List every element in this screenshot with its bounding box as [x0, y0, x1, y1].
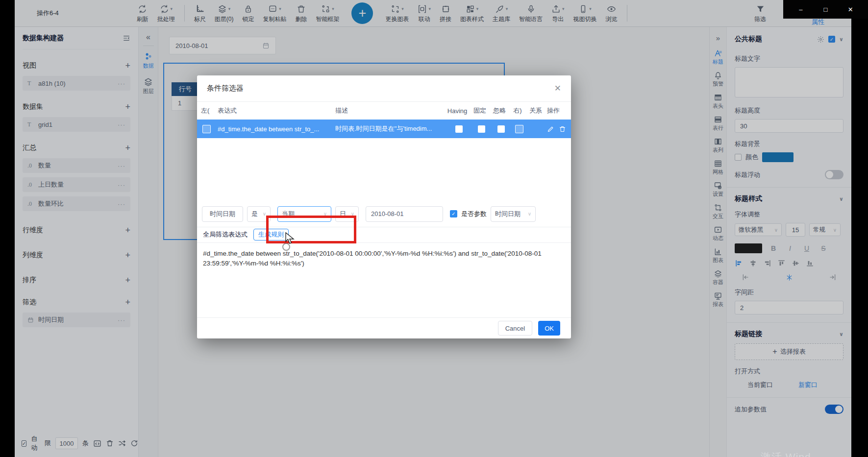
is-param-checkbox[interactable]: ✓ [450, 210, 457, 217]
red-highlight-annotation [266, 216, 356, 243]
close-window-button[interactable]: ✕ [843, 6, 858, 13]
expression-text: #d_time.the_date between str_to_date('20… [197, 243, 571, 318]
dialog-footer: Cancel OK [197, 317, 571, 338]
screen: 操作6-4 刷新▾批处理标尺▾图层(0)锁定▾复制粘贴删除▾智能框架+▾更换图表… [0, 0, 868, 457]
param-field-select[interactable]: 时间日期∨ [491, 206, 536, 222]
column-header-2: 描述 [335, 106, 446, 115]
ignore-checkbox[interactable] [497, 125, 505, 133]
dialog-title: 条件筛选器 [207, 84, 244, 93]
column-header-3: Having [446, 107, 471, 115]
expression-tabs: 全局筛选表达式 生成规则 [197, 227, 571, 243]
global-expression-label: 全局筛选表达式 [203, 230, 248, 239]
maximize-button[interactable]: □ [818, 6, 833, 13]
dialog-header: 条件筛选器 ✕ [197, 75, 571, 102]
window-titlebar-corner: – □ ✕ [783, 0, 868, 19]
close-icon[interactable]: ✕ [554, 83, 561, 94]
column-header-4: 固定 [471, 106, 491, 115]
row-trash-icon[interactable] [559, 125, 566, 133]
column-header-1: 表达式 [218, 106, 335, 115]
left-paren-checkbox[interactable] [202, 125, 211, 133]
edit-pencil-icon[interactable] [547, 125, 554, 133]
having-checkbox[interactable] [455, 125, 463, 133]
os-watermark: 激活 Wind [761, 450, 811, 457]
filter-table-header: 左(表达式描述Having固定忽略右)关系操作 [197, 102, 571, 120]
filter-edit-controls: 时间日期 是∨ 当期∨ 日∨ ✓ 是否参数 时间日期∨ [197, 201, 571, 227]
is-param-label: 是否参数 [461, 210, 487, 218]
condition-filter-dialog: 条件筛选器 ✕ 左(表达式描述Having固定忽略右)关系操作 #d_time.… [197, 75, 571, 338]
ok-button[interactable]: OK [538, 321, 560, 336]
click-indicator [282, 243, 290, 251]
date-value-input[interactable] [366, 206, 443, 222]
field-button[interactable]: 时间日期 [202, 206, 243, 222]
empty-list-area [197, 138, 571, 201]
filter-table-row-selected[interactable]: #d_time.the_date between str_to_... 时间表.… [197, 120, 571, 138]
row-expression: #d_time.the_date between str_to_... [218, 125, 335, 133]
fixed-checkbox[interactable] [478, 125, 485, 133]
column-header-7: 关系 [527, 106, 547, 115]
right-paren-checkbox[interactable] [515, 125, 523, 133]
row-description: 时间表.时间日期是在''与'timedim... [335, 124, 446, 133]
column-header-0: 左( [201, 106, 218, 115]
column-header-5: 忽略 [491, 106, 511, 115]
column-header-6: 右) [511, 106, 527, 115]
cancel-button[interactable]: Cancel [498, 321, 532, 336]
minimize-button[interactable]: – [794, 6, 808, 13]
column-header-8: 操作 [547, 106, 567, 115]
